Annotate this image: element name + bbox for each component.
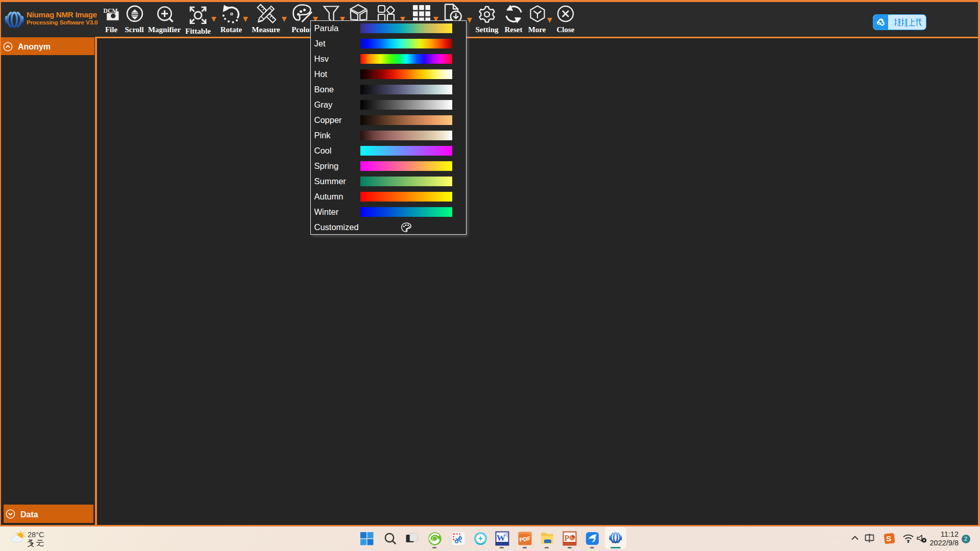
svg-text:P: P xyxy=(565,534,570,542)
svg-text:S: S xyxy=(886,534,891,543)
svg-text:W: W xyxy=(497,533,505,543)
